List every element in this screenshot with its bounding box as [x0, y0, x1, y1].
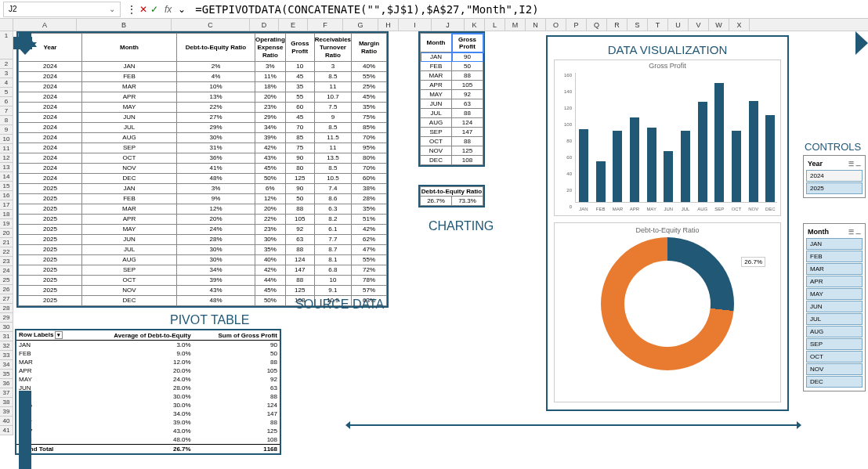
charting-cell[interactable]: 90: [452, 52, 483, 62]
src-cell[interactable]: 88: [285, 245, 314, 255]
src-cell[interactable]: 2024: [19, 153, 82, 164]
col-header[interactable]: A: [13, 19, 77, 31]
row-header[interactable]: 12: [0, 153, 13, 163]
pivot-cell[interactable]: 88: [193, 418, 280, 427]
src-cell[interactable]: 2024: [19, 82, 82, 92]
charting-cell[interactable]: 105: [452, 81, 483, 90]
pivot-cell[interactable]: 20.0%: [82, 366, 193, 375]
charting-cell[interactable]: 88: [452, 109, 483, 118]
month-slicer-item[interactable]: DEC: [806, 376, 863, 388]
src-cell[interactable]: 8.2: [314, 215, 351, 225]
src-cell[interactable]: 2025: [19, 276, 82, 286]
month-slicer[interactable]: Month☰ ⚊ JANFEBMARAPRMAYJUNJULAUGSEPOCTN…: [803, 223, 866, 391]
formula-bar[interactable]: =GETPIVOTDATA(CONCATENATE("",$J$1),$A$27…: [192, 3, 865, 16]
src-cell[interactable]: 6.3: [314, 204, 351, 215]
row-header[interactable]: 38: [0, 398, 13, 407]
src-cell[interactable]: 20%: [255, 92, 286, 103]
src-cell[interactable]: 48%: [177, 174, 255, 184]
row-header[interactable]: 35: [0, 370, 13, 379]
charting-cell[interactable]: JUL: [421, 109, 452, 118]
src-cell[interactable]: 30%: [177, 133, 255, 143]
src-cell[interactable]: 23%: [255, 103, 286, 113]
charting-cell[interactable]: 124: [452, 118, 483, 128]
src-cell[interactable]: 11: [314, 143, 351, 153]
charting-cell[interactable]: AUG: [421, 118, 452, 128]
charting-cell[interactable]: MAR: [421, 71, 452, 81]
col-header[interactable]: I: [399, 19, 432, 31]
row-header[interactable]: 29: [0, 313, 13, 323]
row-header[interactable]: 7: [0, 106, 13, 116]
chart-bar[interactable]: [732, 131, 741, 202]
src-cell[interactable]: 80: [285, 164, 314, 174]
month-slicer-item[interactable]: FEB: [806, 251, 863, 262]
pivot-cell[interactable]: 12.0%: [82, 358, 193, 366]
src-cell[interactable]: 39%: [255, 133, 286, 143]
src-cell[interactable]: 39%: [177, 276, 255, 286]
pivot-cell[interactable]: APR: [16, 366, 82, 375]
src-cell[interactable]: 8.5: [314, 72, 351, 82]
src-cell[interactable]: 124: [285, 255, 314, 265]
row-header[interactable]: 37: [0, 388, 13, 398]
src-cell[interactable]: 2024: [19, 92, 82, 103]
src-cell[interactable]: 2025: [19, 265, 82, 276]
month-slicer-item[interactable]: MAR: [806, 263, 863, 275]
src-cell[interactable]: 38%: [352, 184, 387, 194]
src-cell[interactable]: 50: [285, 194, 314, 204]
col-header[interactable]: U: [668, 19, 689, 31]
src-cell[interactable]: 45%: [352, 92, 387, 103]
src-cell[interactable]: 75: [285, 143, 314, 153]
src-cell[interactable]: 72%: [352, 265, 387, 276]
src-cell[interactable]: AUG: [82, 255, 177, 265]
src-cell[interactable]: 2024: [19, 113, 82, 123]
dropdown-icon[interactable]: ▾: [55, 331, 63, 339]
charting-cell[interactable]: NOV: [421, 146, 452, 156]
src-cell[interactable]: 4%: [177, 72, 255, 82]
src-cell[interactable]: 43%: [177, 286, 255, 296]
src-cell[interactable]: 70%: [352, 133, 387, 143]
row-header[interactable]: 41: [0, 426, 13, 435]
chart-bar[interactable]: [749, 101, 758, 202]
src-cell[interactable]: 125: [285, 174, 314, 184]
src-cell[interactable]: 2024: [19, 174, 82, 184]
src-cell[interactable]: MAY: [82, 103, 177, 113]
src-cell[interactable]: 10.5: [314, 174, 351, 184]
row-header[interactable]: 14: [0, 172, 13, 182]
charting-cell[interactable]: 125: [452, 146, 483, 156]
src-cell[interactable]: 8.5: [314, 164, 351, 174]
src-cell[interactable]: 3%: [255, 62, 286, 72]
src-cell[interactable]: 2025: [19, 286, 82, 296]
row-header[interactable]: 31: [0, 332, 13, 341]
col-header[interactable]: J: [432, 19, 465, 31]
charting-cell[interactable]: 108: [452, 156, 483, 165]
src-cell[interactable]: 2025: [19, 235, 82, 245]
src-cell[interactable]: APR: [82, 215, 177, 225]
pivot-cell[interactable]: 39.0%: [82, 418, 193, 427]
pivot-cell[interactable]: 43.0%: [82, 427, 193, 435]
src-cell[interactable]: 90: [285, 184, 314, 194]
month-slicer-item[interactable]: JUN: [806, 301, 863, 312]
chart-bar[interactable]: [681, 131, 690, 202]
src-cell[interactable]: 45%: [255, 286, 286, 296]
src-cell[interactable]: 34%: [177, 265, 255, 276]
src-cell[interactable]: 2025: [19, 204, 82, 215]
src-cell[interactable]: FEB: [82, 194, 177, 204]
src-cell[interactable]: DEC: [82, 296, 177, 306]
col-header[interactable]: P: [566, 19, 587, 31]
row-header[interactable]: 13: [0, 163, 13, 172]
src-cell[interactable]: 2025: [19, 194, 82, 204]
src-cell[interactable]: MAR: [82, 82, 177, 92]
charting-cell[interactable]: 88: [452, 137, 483, 146]
src-cell[interactable]: 70%: [352, 164, 387, 174]
src-cell[interactable]: 8.5: [314, 123, 351, 133]
pivot-cell[interactable]: MAR: [16, 358, 82, 366]
charting-cell[interactable]: JAN: [421, 52, 452, 62]
pivot-cell[interactable]: 88: [193, 358, 280, 366]
src-cell[interactable]: JAN: [82, 62, 177, 72]
row-header[interactable]: 11: [0, 144, 13, 153]
chart-bar[interactable]: [664, 151, 673, 202]
row-header[interactable]: 40: [0, 417, 13, 426]
pivot-cell[interactable]: 105: [193, 366, 280, 375]
row-header[interactable]: 39: [0, 407, 13, 417]
row-header[interactable]: 18: [0, 210, 13, 219]
col-header[interactable]: B: [77, 19, 172, 31]
